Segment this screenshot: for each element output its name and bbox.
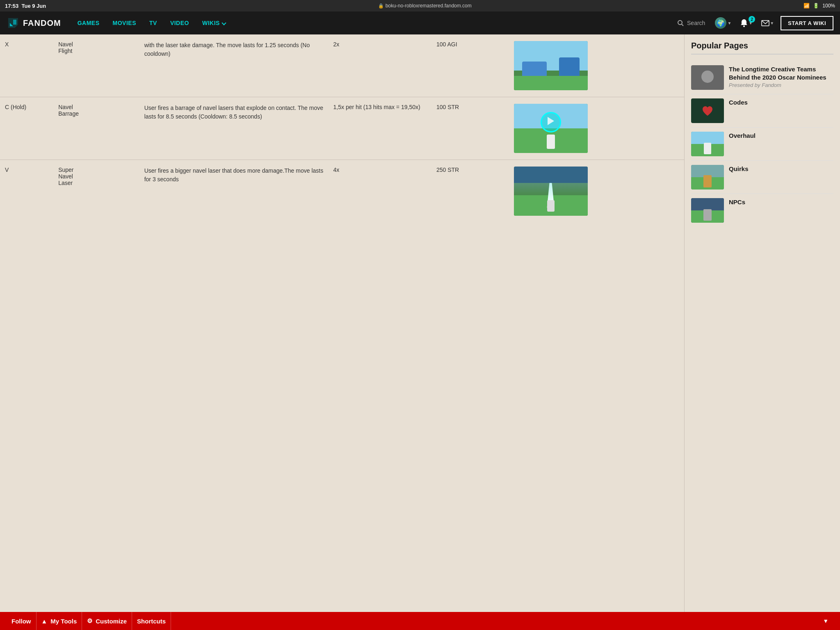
popular-page-item-quirks[interactable]: Quirks (691, 161, 833, 194)
nav-movies[interactable]: MOVIES (106, 11, 143, 34)
search-button[interactable]: Search (674, 20, 708, 26)
npcs-page-name: NPCs (729, 198, 833, 206)
fandom-logo-text: FANDOM (23, 18, 61, 28)
oscar-page-subtitle: Presented by Fandom (729, 82, 833, 88)
status-time: 17:53 Tue 9 Jun (5, 3, 46, 9)
bell-icon (740, 18, 749, 27)
popular-page-thumb-quirks (691, 165, 724, 189)
quirks-page-name: Quirks (729, 165, 833, 173)
notification-badge: 2 (749, 16, 755, 23)
globe-chevron-icon: ▼ (727, 21, 731, 25)
battery-percentage: 100% (822, 3, 835, 9)
envelope-chevron-icon: ▼ (770, 21, 774, 25)
search-icon (677, 20, 684, 26)
heart-icon (701, 104, 714, 117)
nav-links: GAMES MOVIES TV VIDEO WIKIS (71, 11, 674, 34)
move-description: User fires a bigger navel laser that doe… (139, 160, 329, 223)
move-name: Super Navel Laser (53, 160, 139, 223)
nav-right: Search 🌍 ▼ 2 ▼ ▼ START A WIKI (674, 16, 833, 30)
popular-page-thumb-overhaul (691, 132, 724, 156)
content-area: X Navel Flight with the laser take damag… (0, 34, 684, 612)
table-row: X Navel Flight with the laser take damag… (0, 34, 684, 97)
table-row: C (Hold) Navel Barrage User fires a barr… (0, 97, 684, 160)
game-screenshot-1 (514, 41, 588, 90)
oscar-page-name: The Longtime Creative Teams Behind the 2… (729, 65, 833, 81)
popular-page-info-quirks: Quirks (729, 165, 833, 174)
messages-button[interactable]: ▼ (759, 17, 776, 29)
nav-tv[interactable]: TV (143, 11, 164, 34)
envelope-icon (761, 18, 770, 27)
globe-button[interactable]: 🌍 ▼ (713, 16, 733, 30)
popular-page-item-overhaul[interactable]: Overhaul (691, 128, 833, 161)
status-bar: 17:53 Tue 9 Jun 🔒 boku-no-robloxremaster… (0, 0, 840, 11)
popular-page-thumb-npcs (691, 198, 724, 223)
popular-page-info-codes: Codes (729, 98, 833, 107)
fandom-logo[interactable]: FANDOM (7, 16, 61, 30)
move-requirement: 250 STR (431, 160, 509, 223)
move-multiplier: 2x (329, 34, 431, 97)
top-nav: FANDOM GAMES MOVIES TV VIDEO WIKIS Searc… (0, 11, 840, 34)
move-name: Navel Barrage (53, 97, 139, 160)
svg-point-0 (678, 21, 682, 25)
move-name: Navel Flight (53, 34, 139, 97)
nav-games[interactable]: GAMES (71, 11, 106, 34)
move-description: with the laser take damage. The move las… (139, 34, 329, 97)
game-screenshot-2 (514, 104, 588, 153)
move-image-cell (509, 97, 684, 160)
move-requirement: 100 STR (431, 97, 509, 160)
move-description: User fires a barrage of navel lasers tha… (139, 97, 329, 160)
svg-point-2 (743, 25, 745, 27)
battery-icon: 🔋 (813, 3, 819, 9)
overhaul-page-name: Overhaul (729, 132, 833, 140)
main-layout: X Navel Flight with the laser take damag… (0, 34, 840, 612)
move-image-cell (509, 160, 684, 223)
status-indicators: 📶 🔋 100% (803, 3, 835, 9)
move-key: X (0, 34, 53, 97)
notifications-button[interactable]: 2 ▼ (738, 17, 754, 29)
start-wiki-button[interactable]: START A WIKI (781, 16, 833, 30)
move-image-2 (514, 104, 588, 153)
popular-page-item-npcs[interactable]: NPCs (691, 194, 833, 227)
globe-icon: 🌍 (715, 17, 726, 29)
popular-page-info-npcs: NPCs (729, 198, 833, 207)
svg-line-1 (682, 24, 683, 26)
move-image-cell (509, 34, 684, 97)
move-image-3 (514, 167, 588, 216)
move-key: C (Hold) (0, 97, 53, 160)
move-requirement: 100 AGI (431, 34, 509, 97)
status-url: 🔒 boku-no-robloxremastered.fandom.com (378, 3, 472, 9)
move-image-1 (514, 41, 588, 90)
popular-page-thumb-oscar (691, 65, 724, 90)
codes-page-name: Codes (729, 98, 833, 107)
fandom-logo-icon (7, 16, 20, 30)
wikis-chevron-icon (221, 21, 226, 25)
wifi-icon: 📶 (803, 3, 810, 9)
popular-page-item-oscar[interactable]: The Longtime Creative Teams Behind the 2… (691, 61, 833, 94)
popular-page-info-overhaul: Overhaul (729, 132, 833, 141)
popular-page-info-oscar: The Longtime Creative Teams Behind the 2… (729, 65, 833, 88)
moves-table: X Navel Flight with the laser take damag… (0, 34, 684, 222)
popular-page-item-codes[interactable]: Codes (691, 94, 833, 128)
search-label: Search (687, 20, 705, 26)
table-row: V Super Navel Laser User fires a bigger … (0, 160, 684, 223)
sidebar: Popular Pages The Longtime Creative Team… (684, 34, 840, 612)
popular-page-thumb-codes (691, 98, 724, 123)
move-multiplier: 1,5x per hit (13 hits max = 19,50x) (329, 97, 431, 160)
move-multiplier: 4x (329, 160, 431, 223)
popular-pages-title: Popular Pages (691, 41, 833, 55)
nav-wikis[interactable]: WIKIS (196, 11, 232, 34)
nav-video[interactable]: VIDEO (164, 11, 196, 34)
game-screenshot-3 (514, 167, 588, 216)
move-key: V (0, 160, 53, 223)
lock-icon: 🔒 (378, 3, 384, 9)
